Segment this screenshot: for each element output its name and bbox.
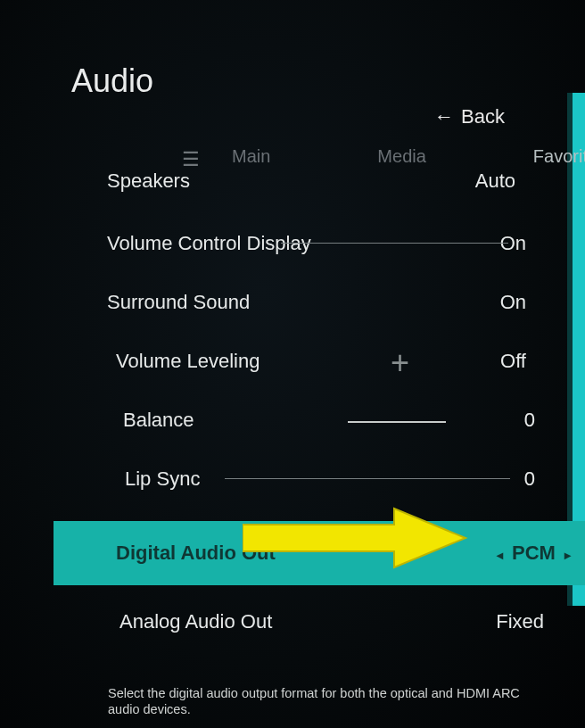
value-volume-leveling: Off bbox=[500, 350, 526, 373]
row-volume-leveling[interactable]: Volume Leveling Off bbox=[54, 332, 553, 391]
label-balance: Balance bbox=[123, 409, 194, 432]
value-analog-audio-out: Fixed bbox=[496, 610, 544, 633]
balance-slider-track[interactable] bbox=[348, 421, 446, 423]
tv-settings-screen: Audio ← Back ☰ Main Media Favorites Spea… bbox=[0, 0, 585, 728]
back-label: Back bbox=[461, 105, 505, 128]
row-surround[interactable]: Surround Sound On bbox=[54, 273, 553, 332]
settings-list: Speakers Auto Volume Control Display On … bbox=[54, 152, 553, 628]
plus-icon: + bbox=[391, 344, 409, 382]
row-digital-audio-out[interactable]: Digital Audio Out ◂ PCM ▸ bbox=[54, 521, 585, 585]
helper-text: Select the digital audio output format f… bbox=[108, 685, 545, 717]
label-surround: Surround Sound bbox=[107, 291, 250, 314]
label-digital-audio-out: Digital Audio Out bbox=[116, 542, 276, 565]
value-balance: 0 bbox=[524, 409, 535, 432]
page-title: Audio bbox=[71, 62, 585, 100]
row-balance[interactable]: Balance 0 bbox=[54, 391, 553, 450]
row-lip-sync[interactable]: Lip Sync 0 bbox=[54, 450, 553, 509]
label-analog-audio-out: Analog Audio Out bbox=[119, 610, 272, 633]
row-analog-audio-out[interactable]: Analog Audio Out Fixed bbox=[54, 592, 553, 651]
row-speakers[interactable]: Speakers Auto bbox=[54, 152, 553, 211]
back-arrow-icon: ← bbox=[434, 105, 454, 128]
row-volume-display[interactable]: Volume Control Display On bbox=[54, 214, 553, 273]
label-lip-sync: Lip Sync bbox=[125, 467, 200, 491]
back-button[interactable]: ← Back bbox=[434, 105, 505, 128]
divider bbox=[225, 478, 510, 479]
divider bbox=[281, 243, 508, 244]
audio-menu: Audio ← Back ☰ Main Media Favorites Spea… bbox=[54, 62, 585, 100]
value-speakers: Auto bbox=[475, 170, 515, 193]
value-surround: On bbox=[500, 291, 526, 314]
value-lip-sync: 0 bbox=[524, 467, 535, 491]
chevron-right-icon[interactable]: ▸ bbox=[561, 548, 574, 562]
label-volume-leveling: Volume Leveling bbox=[116, 350, 260, 373]
value-digital-audio-out: ◂ PCM ▸ bbox=[493, 542, 574, 565]
chevron-left-icon[interactable]: ◂ bbox=[493, 548, 507, 562]
value-digital-audio-out-text: PCM bbox=[512, 542, 556, 564]
label-volume-display: Volume Control Display bbox=[107, 232, 311, 255]
label-speakers: Speakers bbox=[107, 170, 190, 193]
value-volume-display: On bbox=[500, 232, 526, 255]
